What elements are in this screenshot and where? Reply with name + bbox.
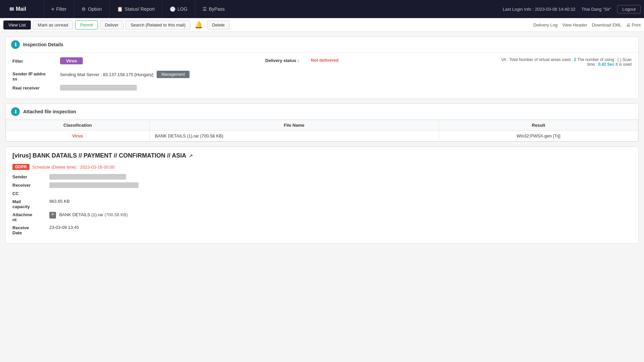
search-button[interactable]: Search (Related to this mail) (125, 20, 191, 29)
real-receiver-label: Real receiver (12, 85, 56, 90)
nav-status[interactable]: 📋 Status/ Report (109, 0, 162, 18)
mail-icon: ✉ (9, 6, 14, 12)
receive-date-row: ReceiveDate 23-03-09 13:45 (12, 225, 632, 235)
bypass-icon: ☰ (203, 6, 207, 12)
delivery-status-label: Delivery status : (265, 57, 309, 63)
attached-file-icon: ℹ (11, 107, 20, 116)
real-receiver-value: ████████████████████████ (60, 85, 137, 90)
view-header-link[interactable]: View Header (562, 22, 587, 27)
attachment-size: (700.58 KB) (104, 212, 127, 217)
print-link[interactable]: 🖨 Print (626, 22, 641, 27)
inspection-icon: ℹ (11, 40, 20, 49)
download-eml-link[interactable]: Download EML (592, 22, 621, 27)
main-content: ℹ Inspection Details Filter Virus Delive… (0, 32, 644, 361)
receiver-value: ████████████████████████████ (49, 182, 139, 188)
col-filename: File Name (149, 120, 439, 131)
filter-label: Filter (12, 58, 56, 64)
file-result: Win32:PWSX-gen [Trj] (439, 131, 638, 141)
mail-capacity-row: Mailcapacity 963.65 KB (12, 199, 632, 209)
sender-row: Sender ████████████████████████ (12, 174, 632, 180)
nav-filter[interactable]: ≡ Filter (44, 0, 74, 18)
deliver-button[interactable]: Deliver (100, 20, 123, 29)
app-brand[interactable]: ✉ Mail (3, 6, 44, 12)
receive-date-label: ReceiveDate (12, 225, 46, 235)
mail-capacity-label: Mailcapacity (12, 199, 46, 209)
attachment-filename[interactable]: BANK DETAILS (1).rar (59, 212, 103, 217)
inspection-details-header: ℹ Inspection Details (6, 37, 638, 53)
col-classification: Classification (6, 120, 150, 131)
top-navigation: ✉ Mail ≡ Filter ⚙ Option 📋 Status/ Repor… (0, 0, 644, 18)
filter-badge: Virus (60, 57, 83, 64)
management-button[interactable]: Management (157, 71, 190, 78)
table-row: Virus BANK DETAILS (1).rar (700.58 KB) W… (6, 131, 638, 141)
attachment-label: Attachment (12, 212, 46, 222)
mark-unread-button[interactable]: Mark as unread (33, 20, 73, 29)
print-label: Print (632, 22, 641, 27)
gdpr-row: GDPR Schedule (Delete time) : 2023-03-16… (12, 164, 632, 170)
cc-label: CC (12, 191, 46, 196)
attached-files-table: Classification File Name Result Virus BA… (6, 120, 638, 141)
receiver-label: Receiver (12, 182, 46, 188)
nav-filter-label: Filter (56, 6, 66, 12)
va-highlight-2: 0.42 Sec (598, 62, 614, 67)
inspection-body: Filter Virus Delivery status : Not deliv… (6, 53, 638, 99)
nav-log-label: LOG (177, 6, 187, 12)
delete-button[interactable]: Delete (207, 20, 230, 29)
attachment-row: Attachment 📦 BANK DETAILS (1).rar (700.5… (12, 212, 632, 222)
real-receiver-row: Real receiver ████████████████████████ (12, 85, 632, 90)
mail-subject-text: [virus] BANK DATAILS // PAYMENT // CONFi… (12, 152, 186, 159)
col-result: Result (439, 120, 638, 131)
nav-option-label: Option (88, 6, 102, 12)
va-highlight-1: 2 (574, 57, 576, 62)
attachment-value: 📦 BANK DETAILS (1).rar (700.58 KB) (49, 212, 128, 219)
attachment-file-icon: 📦 (49, 212, 56, 219)
app-title: Mail (16, 6, 26, 12)
mail-capacity-value: 963.65 KB (49, 199, 70, 204)
filter-icon: ≡ (51, 6, 54, 12)
sender-ip-row: Sender IP address Sending Mail Server : … (12, 71, 632, 81)
gdpr-schedule: Schedule (Delete time) : 2023-03-16 00:0… (32, 165, 115, 170)
nav-bypass[interactable]: ☰ ByPass (195, 0, 232, 18)
receiver-row: Receiver ████████████████████████████ (12, 182, 632, 188)
logout-button[interactable]: Logout (617, 5, 641, 13)
file-name: BANK DETAILS (1).rar (700.58 KB) (149, 131, 439, 141)
alert-button[interactable]: 🔔 (193, 20, 205, 29)
clock-icon: 🕐 (170, 6, 175, 12)
permit-button[interactable]: Permit (75, 20, 98, 29)
va-info: VA : Total Number of virtual areas used … (497, 57, 632, 67)
gdpr-badge: GDPR (12, 164, 30, 170)
delivery-status-value: Not delivered (311, 58, 338, 63)
nav-log[interactable]: 🕐 LOG (162, 0, 195, 18)
last-login-info: Last Login Info : 2023-03-08 14:40:32 (503, 7, 576, 12)
clipboard-icon: 📋 (117, 6, 123, 12)
external-link-icon[interactable]: ↗ (189, 153, 193, 159)
nav-option[interactable]: ⚙ Option (74, 0, 109, 18)
delivery-log-link[interactable]: Delivery Log (533, 22, 557, 27)
mail-fields: Sender ████████████████████████ Receiver… (12, 174, 632, 235)
action-toolbar: View List Mark as unread Permit Deliver … (0, 18, 644, 32)
attached-file-header: ℹ Attached file inspection (6, 104, 638, 120)
username: Thai Dang "Sir" (582, 7, 611, 12)
inspection-section-title: Inspection Details (23, 42, 63, 47)
sender-ip-value: Sending Mail Server : 83.137.158.175 [Hu… (60, 72, 153, 77)
sender-label: Sender (12, 174, 46, 179)
view-list-button[interactable]: View List (3, 20, 31, 29)
mail-detail-section: [virus] BANK DATAILS // PAYMENT // CONFi… (5, 146, 639, 244)
gear-icon: ⚙ (82, 6, 86, 12)
attached-file-title: Attached file inspection (23, 109, 76, 114)
nav-bypass-label: ByPass (209, 6, 225, 12)
file-classification: Virus (6, 131, 150, 141)
print-icon: 🖨 (626, 22, 631, 27)
inspection-details-card: ℹ Inspection Details Filter Virus Delive… (5, 37, 639, 99)
cc-row: CC (12, 191, 632, 196)
attached-file-card: ℹ Attached file inspection Classificatio… (5, 104, 639, 142)
toolbar-right-actions: Delivery Log View Header Download EML 🖨 … (533, 22, 641, 27)
sender-ip-label: Sender IP address (12, 71, 56, 81)
topnav-right: Last Login Info : 2023-03-08 14:40:32 Th… (503, 5, 641, 13)
nav-status-label: Status/ Report (125, 6, 155, 12)
sender-value: ████████████████████████ (49, 174, 126, 180)
receive-date-value: 23-03-09 13:45 (49, 225, 79, 230)
mail-subject: [virus] BANK DATAILS // PAYMENT // CONFi… (12, 152, 632, 159)
